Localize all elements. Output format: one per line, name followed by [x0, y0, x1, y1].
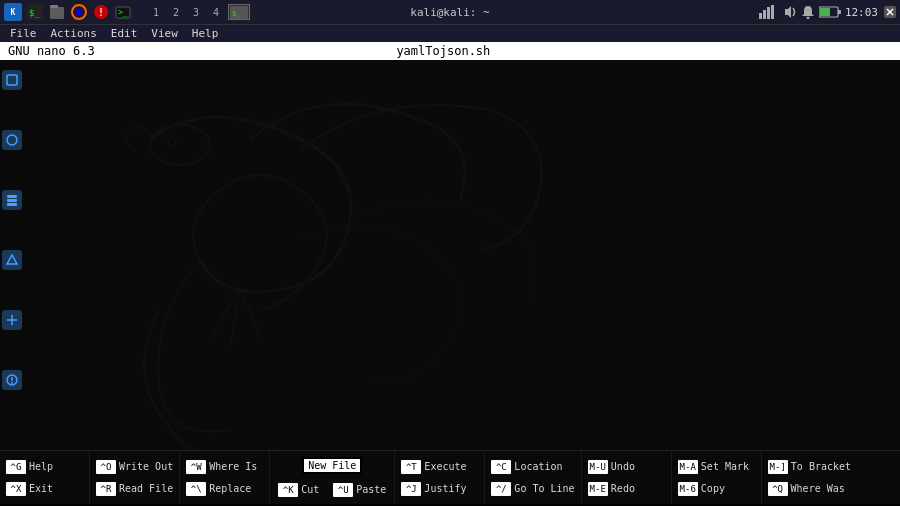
help-exit-group: ^G Help ^X Exit	[0, 451, 90, 504]
tab-4[interactable]: 4	[208, 4, 224, 20]
location-group: ^C Location ^/ Go To Line	[485, 451, 581, 504]
wherewas-shortcut: ^Q Where Was	[768, 478, 851, 500]
execute-shortcut: ^T Execute	[401, 456, 478, 478]
menu-actions[interactable]: Actions	[45, 27, 103, 40]
wherewas-key: ^Q	[768, 482, 788, 496]
sidebar-icons	[2, 70, 22, 390]
exit-key: ^X	[6, 482, 26, 496]
svg-rect-16	[767, 7, 770, 19]
network-icon	[759, 5, 779, 19]
menu-view[interactable]: View	[145, 27, 184, 40]
taskbar-left: K $_ ! >_ 1 2 3 4 $_	[4, 3, 250, 21]
notification-icon	[801, 5, 815, 19]
sys-tray: 12:03	[759, 5, 878, 19]
write-label: Write Out	[119, 461, 173, 472]
setmark-shortcut: M-A Set Mark	[678, 456, 755, 478]
redo-key: M-E	[588, 482, 608, 496]
copy-label: Copy	[701, 483, 725, 494]
execute-key: ^T	[401, 460, 421, 474]
whereis-key: ^W	[186, 460, 206, 474]
svg-text:K: K	[11, 8, 16, 17]
tab-3[interactable]: 3	[188, 4, 204, 20]
svg-point-7	[76, 9, 82, 15]
whereis-label: Where Is	[209, 461, 257, 472]
read-label: Read File	[119, 483, 173, 494]
svg-point-27	[168, 138, 176, 146]
menu-file[interactable]: File	[4, 27, 43, 40]
help-label: Help	[29, 461, 53, 472]
cut-label: Cut	[301, 484, 319, 495]
kali-menu-icon[interactable]: K	[4, 3, 22, 21]
terminal-icon[interactable]: $_	[26, 3, 44, 21]
undo-shortcut: M-U Undo	[588, 456, 665, 478]
copy-key: M-6	[678, 482, 698, 496]
svg-text:$_: $_	[29, 8, 40, 18]
menu-help[interactable]: Help	[186, 27, 225, 40]
tobracket-key: M-]	[768, 460, 788, 474]
cut-key: ^K	[278, 483, 298, 497]
svg-rect-4	[50, 7, 64, 19]
paste-label: Paste	[356, 484, 386, 495]
sidebar-icon-6[interactable]	[2, 370, 22, 390]
new-file-button[interactable]: New File	[302, 457, 362, 474]
justify-shortcut: ^J Justify	[401, 478, 478, 500]
svg-rect-14	[759, 13, 762, 19]
sidebar-icon-5[interactable]	[2, 310, 22, 330]
taskbar-right: 12:03	[759, 5, 896, 19]
red-icon[interactable]: !	[92, 3, 110, 21]
sidebar-icon-4[interactable]	[2, 250, 22, 270]
write-shortcut: ^O Write Out	[96, 456, 173, 478]
nano-info-left: GNU nano 6.3	[8, 44, 95, 58]
read-key: ^R	[96, 482, 116, 496]
paste-key: ^U	[333, 483, 353, 497]
where-replace-group: ^W Where Is ^\ Replace	[180, 451, 270, 504]
svg-point-29	[7, 135, 17, 145]
setmark-key: M-A	[678, 460, 698, 474]
cut-shortcut: ^K Cut ^U Paste	[278, 479, 386, 501]
gotoline-shortcut: ^/ Go To Line	[491, 478, 574, 500]
wherewas-label: Where Was	[791, 483, 845, 494]
svg-rect-17	[771, 5, 774, 19]
newfile-cut-paste-group: New File ^K Cut ^U Paste	[270, 451, 395, 504]
files-icon[interactable]	[48, 3, 66, 21]
tobracket-label: To Bracket	[791, 461, 851, 472]
undo-label: Undo	[611, 461, 635, 472]
justify-label: Justify	[424, 483, 466, 494]
nano-header: GNU nano 6.3 yamlTojson.sh	[0, 42, 900, 60]
active-terminal-window[interactable]: $_	[228, 4, 250, 20]
redo-shortcut: M-E Redo	[588, 478, 665, 500]
location-label: Location	[514, 461, 562, 472]
clock: 12:03	[845, 6, 878, 19]
dragon-watermark	[0, 60, 900, 450]
replace-key: ^\	[186, 482, 206, 496]
bracket-wherewas-group: M-] To Bracket ^Q Where Was	[762, 451, 857, 504]
exit-label: Exit	[29, 483, 53, 494]
mark-copy-group: M-A Set Mark M-6 Copy	[672, 451, 762, 504]
terminal2-icon[interactable]: >_	[114, 3, 132, 21]
execute-label: Execute	[424, 461, 466, 472]
replace-label: Replace	[209, 483, 251, 494]
tab-2[interactable]: 2	[168, 4, 184, 20]
gotoline-key: ^/	[491, 482, 511, 496]
tab-1[interactable]: 1	[148, 4, 164, 20]
redo-label: Redo	[611, 483, 635, 494]
svg-point-26	[150, 125, 210, 165]
svg-rect-31	[7, 199, 17, 202]
svg-point-37	[11, 382, 13, 384]
newfile-row: New File	[302, 455, 362, 477]
location-shortcut: ^C Location	[491, 456, 574, 478]
gotoline-label: Go To Line	[514, 483, 574, 494]
battery-icon	[819, 6, 841, 18]
help-shortcut: ^G Help	[6, 456, 83, 478]
editor-area[interactable]	[0, 60, 900, 450]
sidebar-icon-2[interactable]	[2, 130, 22, 150]
nano-filename: yamlTojson.sh	[396, 44, 490, 58]
setmark-label: Set Mark	[701, 461, 749, 472]
write-read-group: ^O Write Out ^R Read File	[90, 451, 180, 504]
menu-edit[interactable]: Edit	[105, 27, 144, 40]
browser-icon[interactable]	[70, 3, 88, 21]
tobracket-shortcut: M-] To Bracket	[768, 456, 851, 478]
sidebar-icon-3[interactable]	[2, 190, 22, 210]
close-icon[interactable]	[884, 6, 896, 18]
sidebar-icon-1[interactable]	[2, 70, 22, 90]
